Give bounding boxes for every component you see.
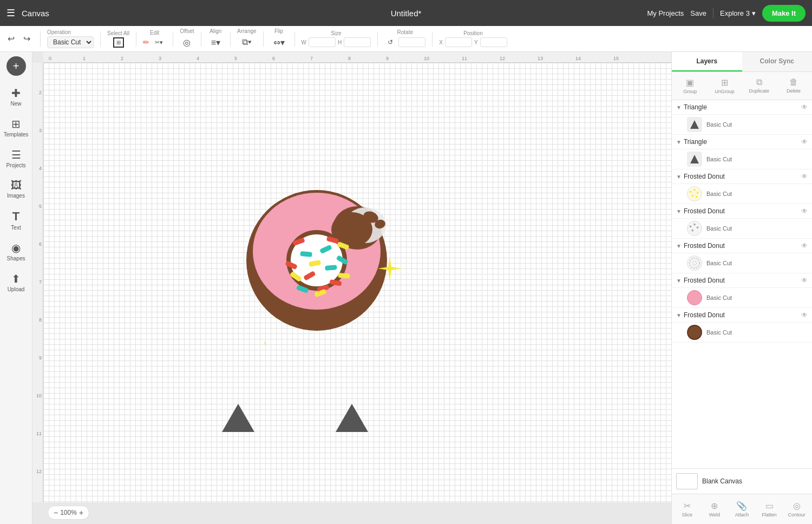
layer-sub-item[interactable]: Basic Cut (672, 115, 812, 135)
visibility-eye-icon[interactable]: 👁 (801, 242, 808, 250)
contour-label: Contour (788, 512, 806, 518)
duplicate-button[interactable]: ⧉ Duplicate (743, 75, 776, 96)
weld-button[interactable]: ⊕ Weld (702, 499, 728, 520)
chevron-icon[interactable]: ▼ (676, 139, 682, 145)
zoom-out-button[interactable]: − (54, 508, 58, 517)
flatten-button[interactable]: ▭ Flatten (756, 499, 783, 520)
w-label: W (302, 40, 306, 45)
layer-name: Frosted Donut (684, 242, 799, 250)
sidebar-item-new[interactable]: ✚ New (2, 82, 30, 111)
sidebar-item-templates[interactable]: ⊞ Templates (2, 113, 30, 142)
weld-label: Weld (709, 512, 720, 518)
canvas-area[interactable]: 0 1 2 3 4 5 6 7 8 9 10 11 12 13 14 15 2 … (32, 52, 671, 524)
rotate-group: Rotate ↺ (384, 29, 425, 48)
undo-button[interactable]: ↩ (4, 31, 18, 46)
svg-point-33 (693, 224, 696, 226)
sidebar-projects-label: Projects (6, 162, 25, 168)
flip-button[interactable]: ⇔▾ (270, 35, 288, 50)
layer-sub-item[interactable]: Basic Cut (672, 323, 812, 343)
visibility-eye-icon[interactable]: 👁 (801, 173, 808, 180)
sidebar-item-shapes[interactable]: ◉ Shapes (2, 237, 30, 266)
sidebar-item-upload[interactable]: ⬆ Upload (2, 268, 30, 297)
list-item[interactable]: ▼ Frosted Donut 👁 (672, 204, 812, 219)
ruler-mark-0: 0 (49, 56, 51, 61)
visibility-eye-icon[interactable]: 👁 (801, 207, 808, 215)
ruler-left-6: 6 (39, 241, 42, 247)
main-area: + ✚ New ⊞ Templates ☰ Projects 🖼 Images … (0, 52, 812, 524)
ruler-mark-15: 15 (613, 56, 619, 61)
rotate-input[interactable] (398, 37, 425, 47)
layer-sub-item[interactable]: Basic Cut (672, 219, 812, 239)
y-input[interactable] (480, 37, 507, 47)
ungroup-label: UnGroup (715, 89, 735, 94)
chevron-icon[interactable]: ▼ (676, 104, 682, 110)
chevron-icon[interactable]: ▼ (676, 278, 682, 284)
sidebar-item-images[interactable]: 🖼 Images (2, 175, 30, 203)
arrange-button[interactable]: ⧉▾ (239, 35, 255, 49)
list-item[interactable]: ▼ Triangle 👁 (672, 135, 812, 149)
hamburger-icon[interactable]: ☰ (6, 7, 15, 19)
triangle-left[interactable] (222, 404, 254, 432)
slice-button[interactable]: ✂ Slice (674, 499, 700, 520)
ruler-mark-8: 8 (348, 56, 351, 61)
my-projects-link[interactable]: My Projects (647, 9, 684, 17)
explore-button[interactable]: Explore 3 ▾ (720, 9, 756, 17)
ruler-mark-3: 3 (159, 56, 161, 61)
list-item[interactable]: ▼ Frosted Donut 👁 (672, 308, 812, 323)
tab-layers[interactable]: Layers (672, 52, 742, 71)
select-all-button[interactable]: ⊞ (113, 37, 124, 48)
layer-sub-item[interactable]: Basic Cut (672, 253, 812, 273)
visibility-eye-icon[interactable]: 👁 (801, 103, 808, 111)
ruler-mark-11: 11 (462, 56, 467, 61)
chevron-icon[interactable]: ▼ (676, 208, 682, 214)
app-name: Canvas (22, 9, 49, 18)
chevron-icon[interactable]: ▼ (676, 243, 682, 249)
offset-button[interactable]: ◎ (180, 35, 194, 50)
sidebar-item-projects[interactable]: ☰ Projects (2, 144, 30, 173)
toolbar-divider-7 (263, 31, 264, 47)
new-button[interactable]: + (6, 56, 26, 76)
list-item[interactable]: ▼ Frosted Donut 👁 (672, 169, 812, 184)
triangle-right[interactable] (336, 404, 368, 432)
slice-icon: ✂ (684, 501, 691, 511)
list-item[interactable]: ▼ Triangle 👁 (672, 100, 812, 115)
donut-image[interactable] (233, 171, 406, 346)
position-group: Position X Y (439, 30, 507, 47)
width-input[interactable] (309, 37, 336, 47)
x-input[interactable] (445, 37, 472, 47)
chevron-icon[interactable]: ▼ (676, 174, 682, 180)
ungroup-button[interactable]: ⊞ UnGroup (709, 75, 741, 96)
layer-sub-item[interactable]: Basic Cut (672, 149, 812, 169)
sidebar-item-text[interactable]: T Text (2, 205, 30, 235)
layer-sub-item[interactable]: Basic Cut (672, 288, 812, 308)
visibility-eye-icon[interactable]: 👁 (801, 277, 808, 284)
save-button[interactable]: Save (690, 9, 706, 17)
canvas-grid[interactable] (43, 63, 671, 502)
contour-button[interactable]: ◎ Contour (783, 499, 810, 520)
layer-sub-name: Basic Cut (706, 191, 732, 197)
visibility-eye-icon[interactable]: 👁 (801, 138, 808, 146)
edit-button[interactable]: ✂▾ (152, 37, 166, 48)
operation-select[interactable]: Basic Cut (47, 36, 94, 48)
attach-button[interactable]: 📎 Attach (729, 499, 755, 520)
delete-button[interactable]: 🗑 Delete (777, 75, 810, 96)
right-panel: Layers Color Sync ▣ Group ⊞ UnGroup ⧉ Du… (671, 52, 812, 524)
chevron-icon[interactable]: ▼ (676, 312, 682, 318)
ruler-left-3: 3 (39, 128, 42, 133)
group-button[interactable]: ▣ Group (674, 75, 706, 96)
height-input[interactable] (344, 37, 371, 47)
layer-sub-item[interactable]: Basic Cut (672, 184, 812, 204)
visibility-eye-icon[interactable]: 👁 (801, 311, 808, 319)
tab-color-sync[interactable]: Color Sync (742, 52, 813, 71)
align-button[interactable]: ≡▾ (208, 35, 224, 50)
offset-label: Offset (180, 28, 194, 34)
list-item[interactable]: ▼ Frosted Donut 👁 (672, 273, 812, 288)
list-item[interactable]: ▼ Frosted Donut 👁 (672, 239, 812, 253)
redo-button[interactable]: ↪ (20, 31, 34, 46)
make-it-button[interactable]: Make It (762, 5, 806, 22)
zoom-in-button[interactable]: + (79, 508, 83, 517)
chevron-down-icon: ▾ (752, 9, 756, 17)
rotate-button[interactable]: ↺ (384, 36, 396, 48)
ruler-mark-13: 13 (538, 56, 543, 61)
sidebar-text-label: Text (11, 225, 21, 231)
